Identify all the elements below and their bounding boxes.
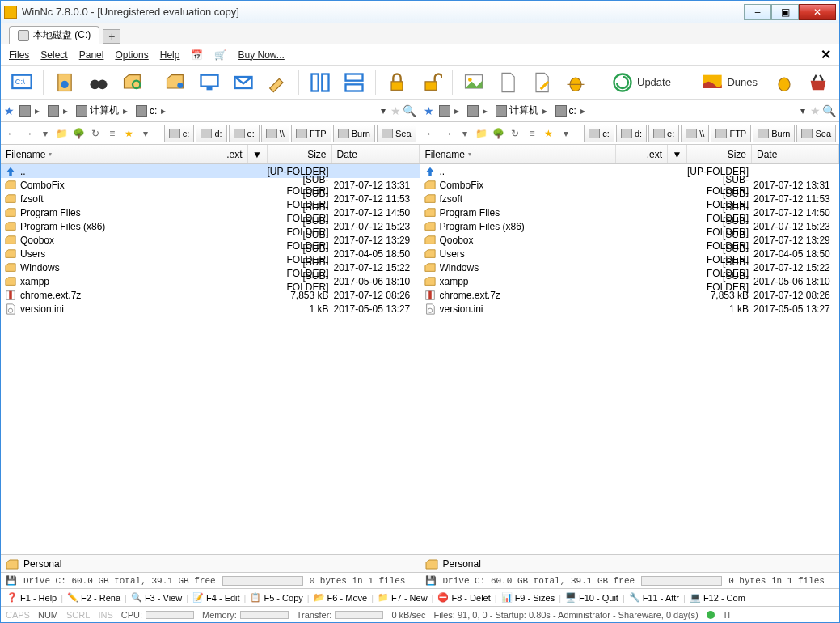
breadcrumb[interactable]: ▸: [464, 105, 491, 117]
file-row[interactable]: Qoobox[SUB-FOLDER]2017-07-12 13:29: [420, 233, 840, 247]
calendar-icon[interactable]: 📅: [191, 49, 203, 61]
file-row[interactable]: xampp[SUB-FOLDER]2017-05-06 18:10: [1, 274, 420, 288]
chevron-right-icon[interactable]: ▸: [161, 105, 166, 117]
breadcrumb[interactable]: c:▸: [552, 105, 589, 117]
lock-open-icon[interactable]: [416, 69, 445, 96]
drive-button[interactable]: c:: [584, 125, 614, 142]
folder-up-icon[interactable]: 📁: [474, 125, 489, 142]
menu-panel[interactable]: Panel: [79, 49, 104, 61]
star-icon[interactable]: ★: [121, 125, 137, 142]
file-row[interactable]: Qoobox[SUB-FOLDER]2017-07-12 13:29: [1, 233, 420, 247]
fkey-button[interactable]: ⛔F8 - Delet: [435, 592, 492, 604]
refresh-icon[interactable]: ↻: [88, 125, 103, 142]
drive-button[interactable]: Burn: [333, 125, 375, 142]
image-icon[interactable]: [459, 69, 488, 96]
chevron-right-icon[interactable]: ▸: [483, 105, 488, 117]
lock-closed-icon[interactable]: [382, 69, 412, 96]
tools-icon[interactable]: [263, 69, 292, 96]
file-row[interactable]: version.ini1 kB2017-05-05 13:27: [420, 302, 840, 316]
path-dropdown[interactable]: ▾: [797, 105, 808, 117]
bug2-icon[interactable]: [770, 69, 799, 96]
file-row[interactable]: chrome.ext.7z7,853 kB2017-07-12 08:26: [420, 288, 840, 302]
folder-up-icon[interactable]: 📁: [54, 125, 70, 142]
fkey-button[interactable]: 📁F7 - New: [375, 592, 430, 604]
file-row[interactable]: Windows[SUB-FOLDER]2017-07-12 15:22: [1, 261, 420, 274]
file-row[interactable]: ComboFix[SUB-FOLDER]2017-07-12 13:31: [1, 178, 420, 192]
favorite-star-icon[interactable]: ★: [4, 104, 15, 117]
chevron-right-icon[interactable]: ▸: [35, 105, 40, 117]
file-row[interactable]: xampp[SUB-FOLDER]2017-05-06 18:10: [420, 274, 840, 288]
dunes-button[interactable]: Dunes: [694, 69, 765, 96]
add-tab-button[interactable]: +: [103, 29, 120, 44]
fkey-button[interactable]: ✏️F2 - Rena: [65, 592, 123, 604]
fkey-button[interactable]: 🔍F3 - View: [129, 592, 184, 604]
header-filename[interactable]: Filename▾: [1, 145, 196, 163]
breadcrumb[interactable]: 计算机▸: [73, 104, 131, 117]
menu-options[interactable]: Options: [115, 49, 148, 61]
file-row[interactable]: Users[SUB-FOLDER]2017-04-05 18:50: [420, 247, 840, 261]
drive-button[interactable]: FTP: [291, 125, 331, 142]
favorite-star-icon[interactable]: ★: [424, 104, 434, 117]
chevron-down-icon[interactable]: ▾: [558, 125, 573, 142]
up-folder-row[interactable]: ..[UP-FOLDER]: [1, 164, 420, 178]
file-row[interactable]: Program Files (x86)[SUB-FOLDER]2017-07-1…: [420, 219, 840, 233]
star-icon[interactable]: ★: [541, 125, 556, 142]
drive-button[interactable]: \\: [261, 125, 289, 142]
fkey-button[interactable]: 📝F4 - Edit: [190, 592, 243, 604]
folder-tree-icon[interactable]: 🌳: [71, 125, 87, 142]
monitor-icon[interactable]: [195, 69, 224, 96]
mail-icon[interactable]: [229, 69, 258, 96]
file-row[interactable]: version.ini1 kB2017-05-05 13:27: [1, 302, 420, 316]
drive-button[interactable]: Burn: [753, 125, 795, 142]
nav-button[interactable]: →: [21, 125, 36, 142]
file-row[interactable]: ComboFix[SUB-FOLDER]2017-07-12 13:31: [420, 178, 840, 192]
fkey-button[interactable]: 📂F6 - Move: [311, 592, 370, 604]
split-horizontal-icon[interactable]: [306, 69, 335, 96]
chevron-right-icon[interactable]: ▸: [580, 105, 585, 117]
search-icon[interactable]: 🔍: [403, 104, 416, 117]
path-dropdown[interactable]: ▾: [378, 105, 389, 117]
drive-button[interactable]: e:: [648, 125, 679, 142]
chevron-down-icon[interactable]: ▾: [138, 125, 154, 142]
list-icon[interactable]: ≡: [524, 125, 539, 142]
clipboard-icon[interactable]: [50, 69, 79, 96]
chevron-right-icon[interactable]: ▸: [542, 105, 547, 117]
fkey-button[interactable]: ❓F1 - Help: [4, 592, 59, 604]
menu-help[interactable]: Help: [160, 49, 180, 61]
personal-bar[interactable]: Personal: [420, 554, 840, 572]
header-date[interactable]: Date: [332, 145, 420, 163]
binoculars-icon[interactable]: [84, 69, 113, 96]
personal-bar[interactable]: Personal: [1, 554, 420, 572]
chevron-right-icon[interactable]: ▸: [63, 105, 68, 117]
header-filename[interactable]: Filename▾: [420, 145, 617, 163]
split-vertical-icon[interactable]: [340, 69, 369, 96]
menu-buy-now[interactable]: Buy Now...: [238, 49, 284, 61]
menu-files[interactable]: Files: [9, 49, 29, 61]
list-icon[interactable]: ≡: [104, 125, 120, 142]
header-size[interactable]: Size: [268, 145, 332, 163]
header-size[interactable]: Size: [687, 145, 752, 163]
breadcrumb[interactable]: 计算机▸: [492, 104, 551, 117]
folder-sync-icon[interactable]: [118, 69, 147, 96]
file-row[interactable]: Program Files (x86)[SUB-FOLDER]2017-07-1…: [1, 219, 420, 233]
maximize-button[interactable]: ▣: [771, 4, 799, 20]
menu-select[interactable]: Select: [40, 49, 67, 61]
nav-button[interactable]: ←: [4, 125, 19, 142]
drive-button[interactable]: d:: [616, 125, 647, 142]
file-row[interactable]: Program Files[SUB-FOLDER]2017-07-12 14:5…: [1, 206, 420, 219]
file-row[interactable]: fzsoft[SUB-FOLDER]2017-07-12 11:53: [420, 192, 840, 206]
refresh-icon[interactable]: ↻: [508, 125, 523, 142]
fkey-button[interactable]: 📋F5 - Copy: [247, 592, 305, 604]
fkey-button[interactable]: 📊F9 - Sizes: [499, 592, 558, 604]
cart-icon[interactable]: 🛒: [214, 49, 226, 61]
nav-button[interactable]: ▾: [37, 125, 53, 142]
drive-button[interactable]: FTP: [711, 125, 751, 142]
drive-button[interactable]: \\: [681, 125, 709, 142]
file-row[interactable]: fzsoft[SUB-FOLDER]2017-07-12 11:53: [1, 192, 420, 206]
chevron-right-icon[interactable]: ▸: [454, 105, 459, 117]
bookmark-star-icon[interactable]: ★: [810, 104, 821, 117]
breadcrumb[interactable]: ▸: [16, 105, 43, 117]
fkey-button[interactable]: 🔧F11 - Attr: [627, 592, 682, 604]
folder-tree-icon[interactable]: 🌳: [491, 125, 506, 142]
chevron-right-icon[interactable]: ▸: [123, 105, 128, 117]
